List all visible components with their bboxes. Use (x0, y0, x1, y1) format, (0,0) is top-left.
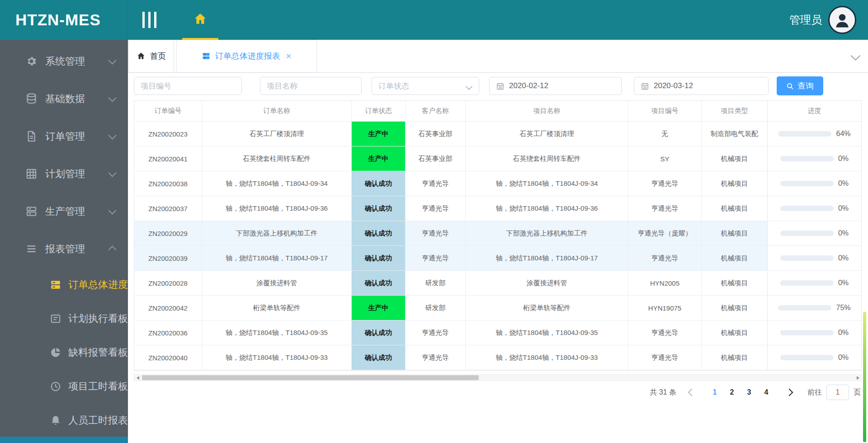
cell-order-status: 确认成功 (352, 196, 406, 221)
status-badge: 生产中 (352, 146, 405, 171)
bell-icon (50, 415, 61, 426)
pagination-prev-chevron-icon[interactable] (688, 389, 696, 396)
cell-project-no: HYN2005 (628, 271, 702, 296)
date-from-input[interactable]: 2020-02-12 (489, 77, 622, 95)
sidebar-item-3[interactable]: 计划管理 (0, 155, 128, 193)
order-status-select[interactable]: 订单状态 (372, 77, 479, 95)
sidebar-collapse-button[interactable] (142, 12, 156, 28)
cell-order-name: 轴，烧结T1804轴，T1804J-09-35 (202, 320, 352, 345)
grid-icon (25, 168, 38, 180)
search-icon (786, 82, 794, 90)
cell-project-type: 机械项目 (702, 196, 767, 221)
cell-project-name: 轴，烧结T1804轴，T1804J-09-17 (466, 246, 628, 271)
home-icon (137, 52, 146, 61)
cell-project-name: 下部激光器上移机构加工件 (466, 221, 628, 246)
cell-customer: 亨通光导 (406, 171, 466, 196)
tab-options-chevron-down-icon[interactable] (851, 51, 860, 61)
column-header-3: 客户名称 (406, 101, 466, 122)
horizontal-scrollbar[interactable] (134, 374, 862, 381)
sidebar-item-5[interactable]: 报表管理 (0, 230, 128, 268)
chevron-down-icon (108, 94, 116, 102)
cell-progress: 0% (767, 345, 861, 370)
sidebar-subitem-2[interactable]: 缺料报警看板 (0, 335, 128, 369)
progress-bar (780, 255, 834, 261)
progress-label: 0% (838, 329, 849, 337)
cell-order-no: ZN20020029 (134, 221, 202, 246)
progress-label: 0% (838, 179, 849, 188)
cell-progress: 0% (767, 221, 861, 246)
column-header-0: 订单编号 (134, 101, 202, 122)
scroll-left-arrow-icon[interactable] (134, 375, 141, 381)
tab-close-icon[interactable]: ✕ (286, 52, 292, 61)
status-badge: 生产中 (352, 296, 405, 320)
sidebar-subitem-3[interactable]: 项目工时看板 (0, 369, 128, 403)
sidebar-item-label: 系统管理 (45, 55, 85, 68)
pagination-page-2[interactable]: 2 (723, 388, 741, 396)
sidebar-subitem-label: 计划执行看板 (68, 312, 128, 325)
report-icon (50, 279, 61, 291)
progress-bar (778, 131, 831, 137)
column-header-5: 项目编号 (628, 101, 702, 122)
tab-label: 首页 (150, 51, 166, 61)
pagination-page-3[interactable]: 3 (741, 388, 758, 396)
chevron-down-icon (108, 206, 116, 214)
chevron-down-icon (466, 83, 473, 90)
cell-project-name: 涂覆接进料管 (466, 271, 628, 296)
chevron-up-icon (108, 245, 116, 254)
column-header-1: 订单名称 (202, 101, 352, 122)
sidebar-item-1[interactable]: 基础数据 (0, 80, 128, 118)
cell-order-status: 确认成功 (352, 271, 406, 296)
tab-1[interactable]: 订单总体进度报表✕ (176, 40, 317, 72)
sidebar-item-0[interactable]: 系统管理 (0, 42, 128, 80)
sidebar-item-4[interactable]: 生产管理 (0, 193, 128, 230)
project-name-input[interactable]: 项目名称 (260, 77, 362, 95)
tab-0[interactable]: 首页 (128, 40, 174, 72)
topnav-home[interactable] (182, 0, 219, 40)
search-button[interactable]: 查询 (777, 76, 823, 95)
page-vertical-scrollbar[interactable] (863, 312, 866, 442)
cell-project-no: 亨通光导 (628, 345, 702, 370)
cell-order-no: ZN20020040 (134, 345, 202, 370)
pagination-page-4[interactable]: 4 (758, 388, 775, 396)
pagination-goto-input[interactable]: 1 (826, 385, 849, 400)
date-to-value: 2020-03-12 (654, 81, 693, 90)
cell-order-no: ZN20020037 (134, 196, 202, 221)
progress-label: 0% (838, 279, 849, 287)
user-menu[interactable]: 管理员 (789, 0, 856, 40)
chevron-down-icon (108, 169, 116, 177)
sidebar-item-label: 订单管理 (45, 130, 85, 143)
progress-bar (780, 231, 834, 236)
cell-order-no: ZN20020041 (134, 146, 202, 171)
sidebar-subitem-4[interactable]: 人员工时报表 (0, 403, 128, 437)
scroll-right-arrow-icon[interactable] (854, 375, 861, 381)
cell-project-no: 无 (628, 122, 702, 146)
project-no-placeholder: 项目编号 (141, 81, 171, 91)
cell-project-type: 机械项目 (702, 246, 767, 271)
column-header-7: 进度 (767, 101, 861, 122)
cell-progress: 0% (767, 246, 861, 271)
pagination-next-chevron-icon[interactable] (786, 389, 793, 396)
cell-project-type: 机械项目 (702, 221, 767, 246)
pagination-page-1[interactable]: 1 (706, 388, 723, 396)
cell-customer: 石英事业部 (406, 122, 466, 146)
scrollbar-thumb[interactable] (142, 375, 479, 380)
cell-order-status: 确认成功 (352, 221, 406, 246)
sidebar-item-label: 计划管理 (45, 167, 85, 181)
cell-project-type: 制造部电气装配 (702, 122, 767, 146)
column-header-6: 项目类型 (702, 101, 767, 122)
cell-order-name: 轴，烧结T1804轴，T1804J-09-34 (202, 171, 352, 196)
progress-label: 0% (838, 155, 849, 163)
sidebar-subitem-0[interactable]: 订单总体进度报表 (0, 268, 128, 302)
report-icon (202, 52, 211, 61)
date-to-input[interactable]: 2020-03-12 (634, 77, 769, 95)
cell-project-no: 亨通光导 (628, 320, 702, 345)
cell-order-status: 确认成功 (352, 171, 406, 196)
calendar-icon (496, 82, 505, 90)
cell-order-no: ZN20020039 (134, 246, 202, 271)
sidebar-subitem-1[interactable]: 计划执行看板 (0, 302, 128, 335)
project-no-input[interactable]: 项目编号 (134, 77, 242, 95)
cell-progress: 75% (767, 296, 861, 320)
sidebar-item-2[interactable]: 订单管理 (0, 118, 128, 155)
order-status-placeholder: 订单状态 (378, 81, 409, 91)
cell-project-type: 机械项目 (702, 171, 767, 196)
